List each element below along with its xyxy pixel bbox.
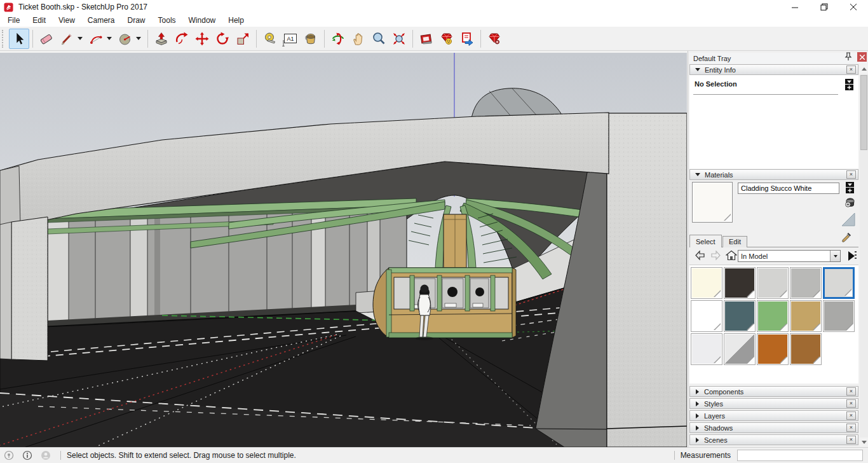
swatch-off-white[interactable] (691, 333, 722, 365)
pin-icon[interactable] (844, 52, 852, 61)
menu-edit[interactable]: Edit (26, 15, 52, 26)
details-menu-icon[interactable] (846, 250, 857, 262)
entity-info-close-button[interactable]: × (846, 66, 856, 74)
toggle-details-icon[interactable] (845, 79, 853, 90)
scenes-close-button[interactable]: × (846, 436, 856, 444)
collapse-arrow-icon[interactable] (695, 68, 700, 71)
forward-arrow-icon[interactable] (710, 250, 721, 261)
entity-info-header[interactable]: Entity Info × (689, 64, 858, 75)
components-header[interactable]: Components × (689, 386, 858, 397)
menu-window[interactable]: Window (182, 15, 222, 26)
components-close-button[interactable]: × (846, 387, 856, 396)
expand-arrow-icon[interactable] (696, 438, 699, 443)
swatch-tan-khaki[interactable] (790, 300, 822, 332)
scenes-header[interactable]: Scenes × (689, 434, 858, 445)
shadows-header[interactable]: Shadows × (689, 422, 858, 433)
line-tool-dropdown[interactable] (78, 37, 83, 40)
create-material-icon[interactable] (844, 196, 857, 209)
shapes-tool-dropdown[interactable] (136, 37, 141, 40)
minimize-button[interactable] (780, 0, 810, 14)
scroll-down-button[interactable] (860, 438, 868, 447)
text-tool-button[interactable]: A1 (280, 29, 301, 49)
line-tool-button[interactable] (57, 29, 77, 49)
model-canvas[interactable] (0, 53, 687, 447)
select-tool-button[interactable] (9, 29, 29, 49)
ticket-booth[interactable] (373, 268, 516, 338)
extension-warehouse-button[interactable] (437, 29, 457, 49)
tab-edit[interactable]: Edit (722, 236, 747, 247)
menu-camera[interactable]: Camera (81, 15, 121, 26)
rotate-tool-button[interactable] (212, 29, 233, 49)
followme-tool-button[interactable] (172, 29, 192, 49)
credits-info-icon[interactable] (22, 450, 32, 460)
dropdown-button[interactable] (830, 251, 840, 261)
sign-in-avatar-icon[interactable] (41, 450, 51, 460)
layers-header[interactable]: Layers × (689, 410, 858, 421)
menu-tools[interactable]: Tools (152, 15, 182, 26)
restore-button[interactable] (810, 0, 839, 14)
swatch-cladding-stucco-white[interactable] (823, 267, 855, 299)
styles-close-button[interactable]: × (846, 399, 856, 408)
toolbar-grip[interactable] (2, 30, 5, 48)
collapse-arrow-icon[interactable] (695, 173, 700, 176)
menu-help[interactable]: Help (222, 15, 250, 26)
orbit-tool-button[interactable] (328, 29, 348, 49)
styles-header[interactable]: Styles × (689, 398, 858, 409)
menu-draw[interactable]: Draw (121, 15, 152, 26)
expand-arrow-icon[interactable] (696, 413, 699, 418)
model-viewport[interactable] (0, 51, 688, 447)
swatch-slate-teal[interactable] (724, 300, 756, 332)
left-concrete-column[interactable] (0, 217, 48, 361)
swatch-cream[interactable] (691, 267, 722, 299)
eraser-tool-button[interactable] (36, 29, 57, 49)
layers-close-button[interactable]: × (846, 411, 856, 420)
menu-file[interactable]: File (1, 15, 26, 26)
pan-tool-button[interactable] (348, 29, 369, 49)
extension-manager-button[interactable] (484, 29, 505, 49)
zoom-tool-button[interactable] (369, 29, 389, 49)
expand-arrow-icon[interactable] (696, 389, 699, 394)
tab-select[interactable]: Select (689, 235, 722, 247)
material-preview-swatch[interactable] (692, 182, 733, 223)
swatch-white[interactable] (691, 300, 722, 332)
back-arrow-icon[interactable] (695, 250, 705, 261)
send-to-layout-button[interactable] (457, 29, 477, 49)
home-icon[interactable] (726, 250, 737, 261)
scrollbar-thumb[interactable] (860, 75, 867, 150)
tray-close-button[interactable] (857, 52, 867, 62)
sample-paint-eyedropper-icon[interactable] (841, 232, 852, 243)
toggle-secondary-pane-icon[interactable] (846, 182, 854, 193)
warehouse-3d-button[interactable] (416, 29, 437, 49)
swatch-asphalt-dark[interactable] (724, 267, 756, 299)
shapes-tool-button[interactable] (115, 29, 135, 49)
materials-close-button[interactable]: × (846, 170, 856, 179)
swatch-metal-gray[interactable] (790, 267, 822, 299)
default-material-sample-icon[interactable] (841, 212, 856, 227)
tape-measure-tool-button[interactable] (260, 29, 280, 49)
materials-header[interactable]: Materials × (689, 169, 858, 180)
arc-tool-dropdown[interactable] (107, 37, 112, 40)
close-button[interactable] (839, 0, 868, 14)
swatch-concrete-gray[interactable] (823, 300, 855, 332)
menu-view[interactable]: View (52, 15, 81, 26)
expand-arrow-icon[interactable] (696, 401, 699, 406)
swatch-wood-planks[interactable] (790, 333, 822, 365)
geolocation-icon[interactable] (4, 450, 14, 460)
pushpull-tool-button[interactable] (151, 29, 172, 49)
arc-tool-button[interactable] (86, 29, 106, 49)
scroll-up-button[interactable] (860, 64, 868, 74)
shadows-close-button[interactable]: × (846, 424, 856, 432)
swatch-concrete-light[interactable] (757, 267, 789, 299)
tray-scrollbar[interactable] (860, 64, 868, 447)
collection-dropdown[interactable]: In Model (738, 250, 841, 262)
zoom-extents-tool-button[interactable] (389, 29, 409, 49)
paint-bucket-tool-button[interactable] (301, 29, 321, 49)
material-name-input[interactable] (738, 183, 839, 194)
swatch-wood-cherry[interactable] (757, 333, 789, 365)
swatch-default-material[interactable] (724, 333, 756, 365)
measurements-input[interactable] (737, 450, 863, 461)
expand-arrow-icon[interactable] (696, 425, 699, 431)
central-column[interactable] (444, 214, 466, 268)
swatch-grass-green[interactable] (757, 300, 789, 332)
scale-tool-button[interactable] (233, 29, 253, 49)
